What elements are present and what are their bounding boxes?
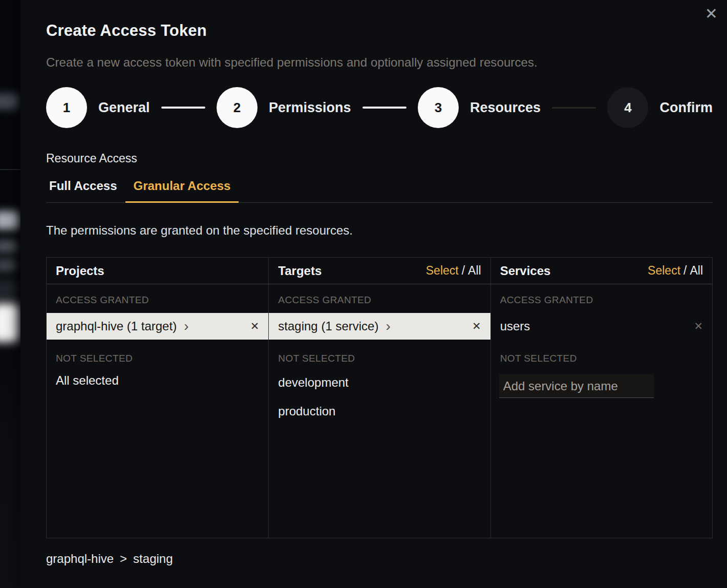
- step-3-label: Resources: [470, 100, 541, 116]
- create-access-token-modal: ✕ Create Access Token Create a new acces…: [20, 0, 727, 588]
- targets-all-link[interactable]: All: [468, 264, 481, 277]
- services-column-header: Services Select/All: [491, 258, 712, 284]
- projects-not-selected-label: NOT SELECTED: [47, 340, 268, 368]
- projects-column: Projects ACCESS GRANTED graphql-hive (1 …: [47, 258, 268, 538]
- remove-service-icon[interactable]: ✕: [694, 320, 703, 332]
- background-blur-button: [0, 279, 17, 301]
- services-not-selected-label: NOT SELECTED: [491, 340, 712, 368]
- select-all-separator: /: [462, 264, 465, 277]
- select-all-separator: /: [683, 264, 687, 277]
- step-resources[interactable]: 3 Resources: [418, 87, 541, 128]
- background-blur-button-white: [0, 303, 19, 342]
- close-icon[interactable]: ✕: [705, 6, 718, 22]
- step-4-label: Confirm: [659, 100, 713, 116]
- background-blur-bar: [0, 93, 19, 110]
- chevron-right-icon: ›: [386, 319, 390, 333]
- step-3-circle: 3: [418, 87, 459, 128]
- projects-access-granted-label: ACCESS GRANTED: [47, 284, 268, 310]
- background-blur-text: [0, 211, 19, 229]
- projects-all-selected-note: All selected: [47, 368, 268, 393]
- step-general[interactable]: 1 General: [46, 87, 150, 128]
- projects-column-header: Projects: [47, 258, 268, 284]
- target-option-development[interactable]: development: [269, 368, 490, 397]
- target-option-production[interactable]: production: [269, 397, 490, 426]
- tab-granular-access[interactable]: Granular Access: [125, 179, 239, 203]
- screen: ✕ Create Access Token Create a new acces…: [0, 0, 727, 588]
- step-1-label: General: [98, 100, 150, 116]
- step-2-circle: 2: [217, 87, 258, 128]
- services-column: Services Select/All ACCESS GRANTED users…: [490, 258, 712, 538]
- granted-target-row[interactable]: staging (1 service) › ✕: [269, 313, 490, 340]
- services-header-label: Services: [500, 264, 551, 278]
- modal-title: Create Access Token: [46, 22, 713, 40]
- granted-project-label: graphql-hive (1 target): [56, 319, 177, 333]
- services-access-granted-label: ACCESS GRANTED: [491, 284, 712, 310]
- breadcrumb-project: graphql-hive: [46, 552, 114, 566]
- step-connector-upcoming: [552, 107, 596, 109]
- services-select-link[interactable]: Select: [648, 264, 680, 277]
- step-confirm[interactable]: 4 Confirm: [607, 87, 713, 128]
- breadcrumb-target: staging: [133, 552, 173, 566]
- targets-column-header: Targets Select/All: [269, 258, 490, 284]
- resource-access-heading: Resource Access: [46, 152, 713, 165]
- stepper: 1 General 2 Permissions 3 Resources 4 Co…: [46, 87, 713, 128]
- modal-subtitle: Create a new access token with specified…: [46, 55, 713, 70]
- granted-service-label: users: [500, 319, 530, 333]
- step-permissions[interactable]: 2 Permissions: [217, 87, 351, 128]
- projects-header-label: Projects: [56, 264, 104, 278]
- targets-header-label: Targets: [278, 264, 322, 278]
- granted-service-row: users ✕: [491, 313, 712, 340]
- targets-column: Targets Select/All ACCESS GRANTED stagin…: [268, 258, 490, 538]
- step-connector: [362, 107, 407, 109]
- granular-access-description: The permissions are granted on the speci…: [46, 223, 713, 238]
- targets-select-all: Select/All: [426, 264, 481, 278]
- step-connector: [161, 107, 205, 109]
- background-blur-text: [0, 240, 17, 253]
- add-service-input[interactable]: [499, 374, 654, 398]
- remove-target-icon[interactable]: ✕: [472, 320, 481, 332]
- targets-select-link[interactable]: Select: [426, 264, 459, 277]
- step-2-label: Permissions: [269, 100, 351, 116]
- background-divider: [0, 169, 20, 170]
- targets-not-selected-label: NOT SELECTED: [269, 340, 490, 368]
- step-4-circle: 4: [607, 87, 648, 128]
- breadcrumb: graphql-hive > staging: [46, 552, 713, 566]
- resource-access-tabs: Full Access Granular Access: [46, 179, 713, 203]
- resource-selection-table: Projects ACCESS GRANTED graphql-hive (1 …: [46, 257, 713, 538]
- step-1-circle: 1: [46, 87, 87, 128]
- services-all-link[interactable]: All: [690, 264, 703, 277]
- targets-access-granted-label: ACCESS GRANTED: [269, 284, 490, 310]
- tab-full-access[interactable]: Full Access: [41, 179, 125, 203]
- background-blur-text: [0, 259, 16, 272]
- remove-project-icon[interactable]: ✕: [250, 320, 260, 332]
- background-page: [0, 0, 20, 588]
- breadcrumb-separator: >: [120, 552, 127, 566]
- granted-target-label: staging (1 service): [278, 319, 378, 333]
- chevron-right-icon: ›: [184, 319, 188, 333]
- services-select-all: Select/All: [648, 264, 703, 278]
- granted-project-row[interactable]: graphql-hive (1 target) › ✕: [47, 313, 268, 340]
